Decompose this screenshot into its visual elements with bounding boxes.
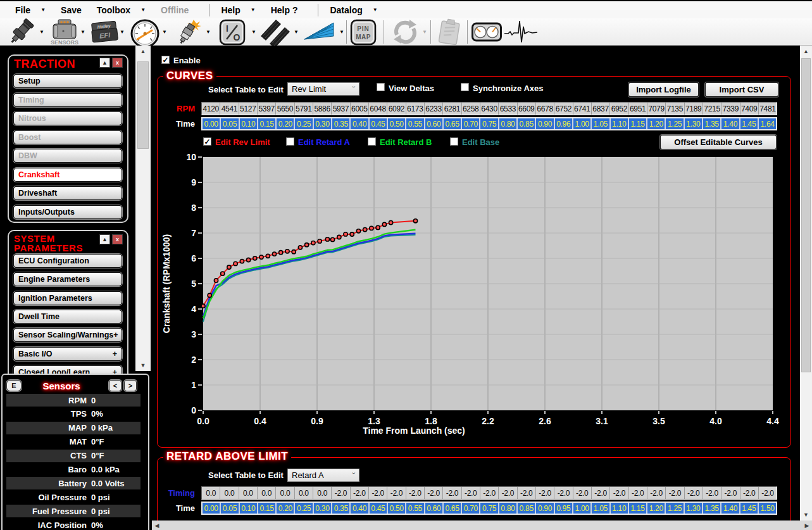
series-marker-rev-limit[interactable]	[221, 272, 225, 275]
value-cell[interactable]: 0.00	[203, 503, 220, 514]
series-marker-rev-limit[interactable]	[208, 293, 211, 297]
series-marker-rev-limit[interactable]	[259, 255, 263, 259]
value-cell[interactable]: -2.0	[740, 487, 758, 499]
series-marker-rev-limit[interactable]	[285, 249, 289, 253]
sensors-e-button[interactable]: E	[6, 380, 22, 391]
series-marker-rev-limit[interactable]	[227, 265, 231, 269]
series-marker-rev-limit[interactable]	[356, 229, 360, 233]
value-cell[interactable]: 0.35	[331, 503, 349, 514]
series-marker-rev-limit[interactable]	[311, 241, 315, 245]
retard-time-value-row[interactable]: 0.000.050.100.150.200.250.300.350.400.45…	[201, 502, 777, 515]
value-cell[interactable]: -2.0	[387, 487, 405, 499]
main-hscrollbar-track[interactable]	[152, 521, 812, 530]
value-cell[interactable]: 0.40	[349, 503, 368, 514]
series-marker-rev-limit[interactable]	[413, 219, 417, 223]
value-cell[interactable]: -2.0	[442, 487, 461, 499]
series-marker-rev-limit[interactable]	[234, 262, 237, 265]
value-cell[interactable]: -2.0	[591, 487, 609, 499]
value-cell[interactable]: -2.0	[647, 487, 665, 499]
series-marker-rev-limit[interactable]	[337, 235, 341, 239]
value-cell[interactable]: -2.0	[628, 487, 647, 499]
series-marker-rev-limit[interactable]	[272, 252, 276, 256]
main-hscrollbar-left-icon[interactable]: ◀	[153, 521, 161, 529]
series-marker-rev-limit[interactable]	[382, 222, 386, 226]
main-vscrollbar-thumb[interactable]	[801, 58, 811, 372]
value-cell[interactable]: -2.0	[573, 487, 591, 499]
value-cell[interactable]: -2.0	[721, 487, 739, 499]
value-cell[interactable]: 0.0	[294, 487, 313, 499]
series-marker-rev-limit[interactable]	[253, 256, 257, 260]
value-cell[interactable]: 0.20	[275, 503, 294, 514]
value-cell[interactable]: 1.45	[739, 503, 758, 514]
series-marker-rev-limit[interactable]	[350, 232, 354, 236]
value-cell[interactable]: -2.0	[665, 487, 684, 499]
value-cell[interactable]: 0.0	[275, 487, 294, 499]
series-marker-rev-limit[interactable]	[305, 243, 309, 247]
value-cell[interactable]: -2.0	[368, 487, 387, 499]
value-cell[interactable]: 1.50	[758, 503, 776, 514]
value-cell[interactable]: -2.0	[350, 487, 368, 499]
series-marker-rev-limit[interactable]	[370, 226, 373, 230]
sensors-next-button[interactable]: >	[124, 380, 137, 391]
value-cell[interactable]: 0.0	[313, 487, 331, 499]
value-cell[interactable]: 0.45	[368, 503, 387, 514]
value-cell[interactable]: 0.80	[498, 503, 516, 514]
value-cell[interactable]: -2.0	[331, 487, 349, 499]
series-marker-rev-limit[interactable]	[214, 279, 218, 282]
series-marker-rev-limit[interactable]	[318, 239, 322, 243]
value-cell[interactable]: 1.00	[572, 503, 590, 514]
value-cell[interactable]: 0.55	[405, 503, 423, 514]
main-hscrollbar-right-icon[interactable]: ▶	[803, 521, 811, 529]
value-cell[interactable]: 0.75	[479, 503, 497, 514]
series-marker-rev-limit[interactable]	[240, 260, 244, 263]
value-cell[interactable]: 0.0	[202, 487, 220, 499]
value-cell[interactable]: -2.0	[609, 487, 628, 499]
value-cell[interactable]: 1.05	[590, 503, 609, 514]
value-cell[interactable]: 0.05	[220, 503, 238, 514]
value-cell[interactable]: -2.0	[480, 487, 498, 499]
value-cell[interactable]: 0.65	[442, 503, 461, 514]
series-marker-rev-limit[interactable]	[325, 237, 329, 241]
value-cell[interactable]: 1.35	[702, 503, 720, 514]
value-cell[interactable]: -2.0	[424, 487, 442, 499]
value-cell[interactable]: 0.0	[239, 487, 257, 499]
value-cell[interactable]: 0.70	[461, 503, 479, 514]
series-marker-rev-limit[interactable]	[389, 221, 393, 225]
value-cell[interactable]: 0.0	[257, 487, 275, 499]
value-cell[interactable]: -2.0	[554, 487, 572, 499]
value-cell[interactable]: 1.25	[665, 503, 683, 514]
value-cell[interactable]: 0.90	[535, 503, 553, 514]
value-cell[interactable]: 0.10	[239, 503, 257, 514]
series-marker-rev-limit[interactable]	[363, 228, 367, 232]
value-cell[interactable]: 0.50	[387, 503, 405, 514]
main-vscrollbar-up-icon[interactable]: ▲	[800, 47, 812, 56]
series-marker-rev-limit[interactable]	[279, 251, 283, 255]
value-cell[interactable]: 1.30	[684, 503, 702, 514]
value-cell[interactable]: -2.0	[758, 487, 777, 499]
value-cell[interactable]: 1.10	[609, 503, 628, 514]
value-cell[interactable]: -2.0	[535, 487, 554, 499]
value-cell[interactable]: 1.40	[720, 503, 739, 514]
main-vscrollbar-down-icon[interactable]: ▼	[800, 510, 812, 519]
value-cell[interactable]: -2.0	[406, 487, 424, 499]
value-cell[interactable]: 0.95	[554, 503, 572, 514]
value-cell[interactable]: -2.0	[498, 487, 516, 499]
series-marker-rev-limit[interactable]	[330, 237, 334, 241]
timing-value-row[interactable]: 0.00.00.00.00.00.00.0-2.0-2.0-2.0-2.0-2.…	[201, 486, 777, 500]
series-marker-rev-limit[interactable]	[344, 232, 347, 236]
value-cell[interactable]: 0.30	[313, 503, 331, 514]
value-cell[interactable]: -2.0	[517, 487, 535, 499]
series-marker-rev-limit[interactable]	[292, 250, 296, 254]
value-cell[interactable]: 0.85	[516, 503, 535, 514]
sensors-prev-button[interactable]: <	[109, 380, 122, 391]
series-marker-rev-limit[interactable]	[266, 254, 270, 258]
series-marker-rev-limit[interactable]	[247, 258, 251, 262]
series-marker-rev-limit[interactable]	[298, 246, 302, 249]
value-cell[interactable]: -2.0	[461, 487, 480, 499]
series-marker-rev-limit[interactable]	[376, 225, 380, 229]
value-cell[interactable]: 0.0	[220, 487, 238, 499]
value-cell[interactable]: -2.0	[703, 487, 721, 499]
value-cell[interactable]: 0.15	[257, 503, 275, 514]
retard-table-select[interactable]: Retard A ˇ	[287, 469, 359, 482]
value-cell[interactable]: 1.15	[628, 503, 646, 514]
